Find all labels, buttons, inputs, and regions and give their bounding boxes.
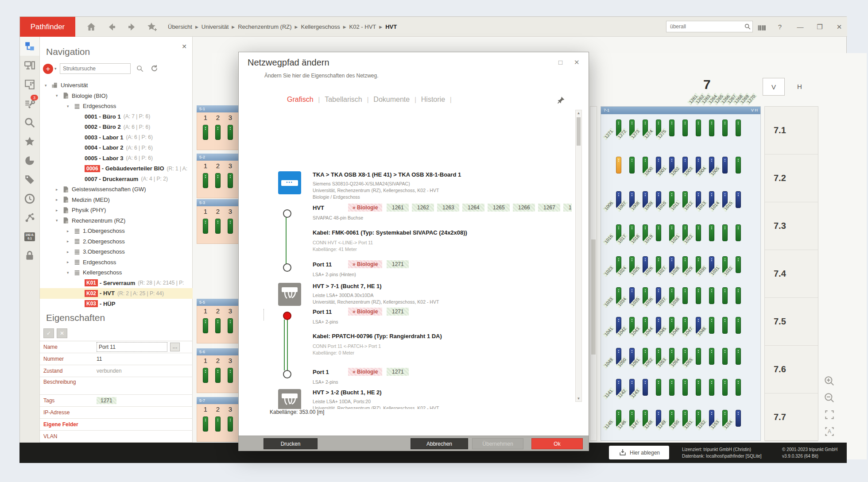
rack-port[interactable]: 1143 (643, 379, 648, 396)
rack-port[interactable]: 1048 (709, 317, 714, 334)
rack-port[interactable] (736, 379, 741, 396)
port-connector-icon[interactable] (228, 318, 233, 333)
forward-icon[interactable] (125, 21, 139, 33)
port-connector-icon[interactable] (736, 287, 741, 304)
tree-expander-icon[interactable]: ▸ (56, 197, 62, 202)
tree-expander-icon[interactable]: ▸ (67, 250, 74, 254)
tree-expander-icon[interactable]: ▸ (56, 187, 62, 192)
tab-dokumente[interactable]: Dokumente (373, 96, 410, 104)
dialog-scrollbar-thumb[interactable] (577, 117, 581, 146)
tree-item[interactable]: 0001 - Büro 1(A: 7 | P: 6) (40, 112, 193, 122)
tree-item[interactable]: ▾Kellergeschoss (40, 267, 193, 278)
sidebar-structure-icon[interactable] (20, 37, 39, 56)
sidebar-search-icon[interactable] (20, 113, 39, 132)
label-mode-icon[interactable]: A (823, 425, 836, 438)
port-connector-icon[interactable] (709, 120, 714, 136)
rack-port[interactable] (736, 120, 741, 136)
dialog-maximize-icon[interactable]: □ (558, 58, 562, 66)
port-node-active-icon[interactable] (283, 312, 291, 320)
rack-port[interactable] (722, 317, 728, 334)
panel-column[interactable]: 3 (224, 355, 236, 393)
port-node-icon[interactable] (283, 209, 291, 218)
close-button[interactable]: ✕ (831, 17, 847, 37)
tree-item[interactable]: ▾Biologie (BIO) (40, 91, 193, 101)
rack-port[interactable] (722, 348, 728, 365)
breadcrumb-item[interactable]: K02 - HVT (349, 23, 376, 30)
barcode-icon[interactable] (755, 22, 768, 34)
rack-port[interactable] (696, 120, 701, 136)
port-connector-icon[interactable] (203, 173, 208, 188)
sidebar-lock-icon[interactable] (20, 246, 39, 265)
port-connector-icon[interactable] (228, 125, 233, 140)
rack-port[interactable] (709, 224, 714, 241)
port-connector-icon[interactable] (696, 379, 701, 396)
rack-section-label[interactable]: 7.1 (765, 107, 818, 154)
port-connector-icon[interactable] (656, 379, 661, 396)
port-connector-icon[interactable] (656, 224, 661, 241)
port-connector-icon[interactable] (203, 219, 208, 234)
sidebar-history-icon[interactable] (20, 189, 39, 208)
rack-port[interactable] (696, 379, 701, 396)
rack-section-label[interactable]: 7.6 (765, 346, 818, 393)
port-connector-icon[interactable] (215, 318, 221, 333)
port-connector-icon[interactable] (736, 317, 741, 334)
port-connector-icon[interactable] (215, 125, 221, 140)
rack-port[interactable]: 1022 (696, 224, 701, 241)
port-connector-icon[interactable] (709, 287, 714, 304)
rack-section-label[interactable]: 7.2 (765, 154, 818, 202)
tree-item[interactable]: ▾Erdgeschoss (40, 101, 193, 112)
tree-item[interactable]: ▸1.Obergeschoss (40, 226, 193, 236)
tree-item[interactable]: ▸Physik (PHY) (40, 205, 193, 216)
panel-column[interactable]: 2 (212, 355, 224, 393)
port-connector-icon[interactable] (215, 173, 221, 188)
tree-item[interactable]: ▸Medizin (MED) (40, 195, 193, 205)
panel-column[interactable]: 2 (212, 306, 224, 343)
rack-port[interactable] (722, 120, 728, 136)
rack-port[interactable] (722, 379, 728, 396)
tree-expander-icon[interactable]: ▾ (45, 83, 51, 88)
rack-port[interactable] (736, 224, 741, 241)
rack-port[interactable] (722, 287, 728, 304)
rack-port[interactable]: 1275 (669, 120, 674, 136)
panel-column[interactable]: 1 (199, 306, 212, 343)
port-connector-icon[interactable] (722, 287, 728, 304)
global-search-input[interactable] (666, 23, 742, 30)
drucken-button[interactable]: Drucken (264, 438, 318, 449)
rack-port[interactable] (709, 287, 714, 304)
view-front-button[interactable]: V (763, 78, 785, 96)
rack-port[interactable] (669, 379, 674, 396)
port-connector-icon[interactable] (203, 416, 208, 432)
drop-target[interactable]: Hier ablegen (609, 446, 669, 459)
port-connector-icon[interactable] (722, 379, 728, 396)
port-connector-icon[interactable] (696, 348, 701, 365)
port-connector-icon[interactable] (736, 256, 741, 273)
back-icon[interactable] (105, 21, 118, 33)
ellipsis-button[interactable]: … (170, 343, 180, 351)
port-connector-icon[interactable] (709, 224, 714, 241)
port-connector-icon[interactable] (616, 157, 621, 174)
port-node-icon[interactable] (283, 263, 291, 272)
rack-port[interactable]: 1015 (736, 191, 741, 208)
tree-item[interactable]: ▸Geisteswissenschaften (GW) (40, 184, 193, 195)
help-button[interactable]: ? (772, 17, 788, 37)
rack-port[interactable] (709, 379, 714, 396)
abbrechen-button[interactable]: Abbrechen (411, 438, 468, 449)
rack-port[interactable] (736, 348, 741, 365)
panel-column[interactable]: 1 (199, 161, 212, 198)
port-connector-icon[interactable] (203, 368, 208, 383)
panel-column[interactable]: 3 (224, 161, 236, 198)
tab-grafisch[interactable]: Grafisch (287, 96, 314, 104)
panel-column[interactable]: 2 (212, 161, 224, 198)
port-connector-icon[interactable] (682, 379, 688, 396)
rack-port[interactable] (709, 348, 714, 365)
sidebar-devices-icon[interactable] (20, 56, 39, 75)
tree-expander-icon[interactable]: ▾ (56, 218, 62, 223)
port-connector-icon[interactable] (203, 125, 208, 140)
dialog-close-icon[interactable]: ✕ (574, 58, 580, 66)
tree-item[interactable]: 0005 - Labor 3(A: 6 | P: 6) (40, 153, 193, 164)
rack-port[interactable] (616, 157, 621, 174)
port-connector-icon[interactable] (669, 120, 674, 136)
rack-port[interactable] (696, 287, 701, 304)
scroll-up-icon[interactable]: ▲ (576, 111, 581, 115)
rack-port[interactable]: 1055 (696, 348, 701, 365)
